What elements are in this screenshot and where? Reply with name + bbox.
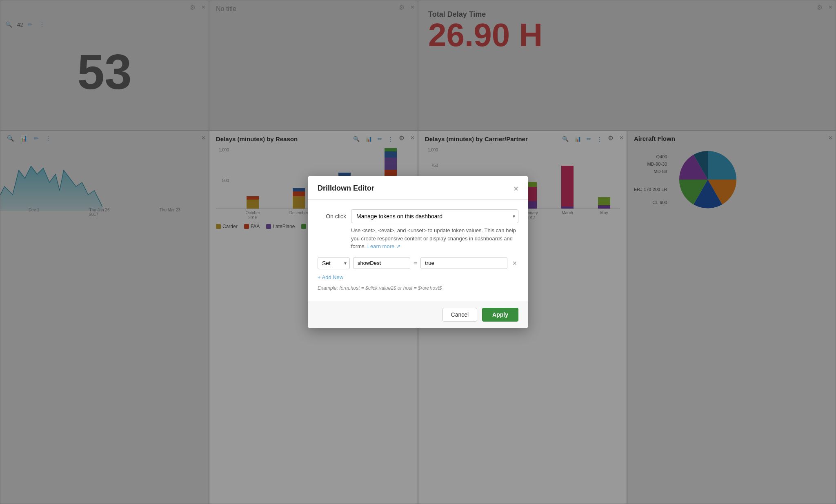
- on-click-select[interactable]: Manage tokens on this dashboard Do nothi…: [351, 209, 518, 223]
- token-value-input[interactable]: [420, 257, 507, 269]
- modal-description: Use <set>, <eval>, and <unset> to update…: [318, 226, 518, 251]
- add-new-link[interactable]: + Add New: [318, 274, 518, 280]
- token-name-input[interactable]: [353, 257, 410, 269]
- modal-footer: Cancel Apply: [308, 301, 528, 328]
- on-click-select-wrapper: Manage tokens on this dashboard Do nothi…: [351, 209, 518, 223]
- drilldown-editor-modal: Drilldown Editor × On click Manage token…: [308, 176, 528, 328]
- modal-close-button[interactable]: ×: [514, 184, 518, 193]
- example-text: Example: form.host = $click.value2$ or h…: [318, 285, 518, 291]
- equals-sign: =: [414, 260, 417, 267]
- modal-body: On click Manage tokens on this dashboard…: [308, 200, 528, 301]
- cancel-button[interactable]: Cancel: [442, 308, 478, 322]
- on-click-row: On click Manage tokens on this dashboard…: [318, 209, 518, 223]
- modal-overlay: Drilldown Editor × On click Manage token…: [0, 0, 836, 504]
- modal-header: Drilldown Editor ×: [308, 176, 528, 200]
- modal-title: Drilldown Editor: [318, 184, 374, 193]
- token-action-wrapper: Set eval unset ▾: [318, 257, 350, 269]
- token-row: Set eval unset ▾ = ×: [318, 257, 518, 269]
- learn-more-link[interactable]: Learn more ↗: [367, 243, 400, 249]
- token-action-select[interactable]: Set eval unset: [318, 257, 350, 269]
- remove-token-button[interactable]: ×: [511, 260, 518, 267]
- apply-button[interactable]: Apply: [482, 308, 518, 322]
- on-click-label: On click: [318, 213, 346, 220]
